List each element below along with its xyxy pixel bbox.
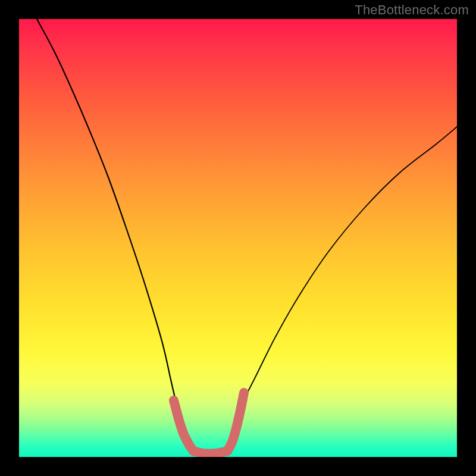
plot-area: [19, 19, 457, 457]
series-bottom-salmon: [193, 451, 227, 454]
series-left-curve-black: [37, 19, 178, 411]
curve-layer: [19, 19, 457, 457]
chart-frame: TheBottleneck.com: [0, 0, 476, 476]
series-left-dip-salmon: [174, 400, 193, 451]
series-right-dip-salmon: [227, 393, 244, 451]
watermark-text: TheBottleneck.com: [355, 2, 469, 18]
series-right-curve-black: [238, 127, 457, 411]
